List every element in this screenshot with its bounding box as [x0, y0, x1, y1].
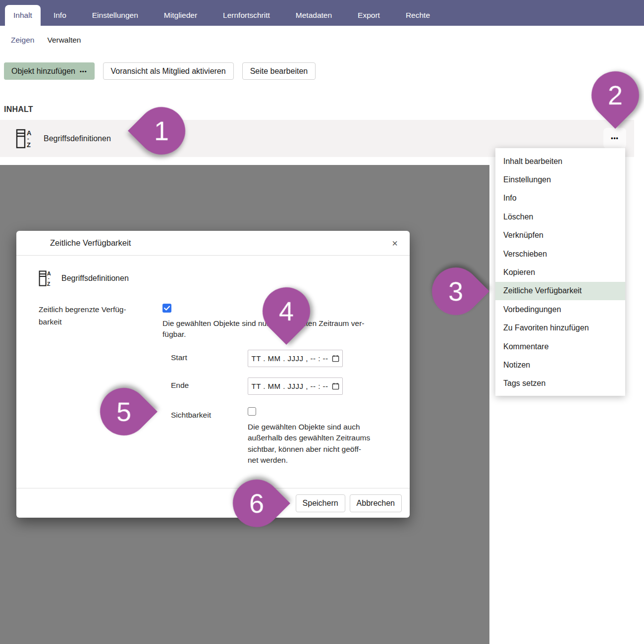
menu-item-einstellungen[interactable]: Einstellungen [495, 170, 625, 189]
temporal-availability-modal: Zeitliche Verfügbarkeit × A - Z Begriffs… [16, 231, 410, 518]
tab-inhalt[interactable]: Inhalt [5, 5, 41, 26]
end-label: Ende [171, 377, 248, 390]
menu-item-vorbedingungen[interactable]: Vorbedingungen [495, 300, 625, 319]
tab-mitglieder[interactable]: Mitglieder [151, 5, 210, 26]
tab-metadaten[interactable]: Metadaten [283, 5, 345, 26]
svg-text:Z: Z [47, 281, 51, 287]
close-icon[interactable]: × [392, 238, 398, 248]
svg-text:Z: Z [27, 141, 31, 149]
tab-einstellungen[interactable]: Einstellungen [79, 5, 151, 26]
cancel-button[interactable]: Abbrechen [350, 494, 402, 512]
start-label: Start [171, 350, 248, 362]
menu-item-info[interactable]: Info [495, 189, 625, 208]
svg-text:-: - [48, 276, 50, 281]
calendar-icon [332, 382, 339, 390]
menu-item-kopieren[interactable]: Kopieren [495, 263, 625, 281]
content-section-heading: INHALT [4, 105, 644, 114]
item-actions-dropdown: Inhalt bearbeiten Einstellungen Info Lös… [495, 148, 625, 396]
menu-item-loeschen[interactable]: Löschen [495, 208, 625, 226]
modal-header: Zeitliche Verfügbarkeit × [16, 231, 410, 256]
toolbar: Objekt hinzufügen ••• Voransicht als Mit… [4, 62, 644, 80]
limited-availability-label: Zeitlich begrenzte Verfüg- barkeit [39, 304, 162, 466]
menu-item-notizen[interactable]: Notizen [495, 356, 625, 374]
tab-export[interactable]: Export [345, 5, 393, 26]
menu-item-tags-setzen[interactable]: Tags setzen [495, 375, 625, 393]
tab-lernfortschritt[interactable]: Lernfortschritt [210, 5, 283, 26]
visibility-checkbox[interactable] [248, 407, 256, 416]
menu-item-verknuepfen[interactable]: Verknüpfen [495, 226, 625, 245]
add-object-label: Objekt hinzufügen [11, 67, 75, 76]
ellipsis-icon: ••• [80, 68, 87, 74]
end-datetime-placeholder: TT . MM . JJJJ , -- : -- [251, 382, 328, 390]
tab-rechte[interactable]: Rechte [393, 5, 443, 26]
save-button[interactable]: Speichern [296, 494, 345, 512]
add-object-button[interactable]: Objekt hinzufügen ••• [4, 62, 95, 80]
menu-item-zeitliche-verfuegbarkeit[interactable]: Zeitliche Verfügbarkeit [495, 282, 625, 300]
limited-availability-checkbox[interactable] [162, 304, 171, 313]
modal-object-title: Begriffsdefinitionen [61, 274, 129, 283]
subtab-verwalten[interactable]: Verwalten [47, 36, 81, 45]
item-actions-button[interactable]: ••• [603, 128, 626, 149]
subtab-zeigen[interactable]: Zeigen [11, 36, 34, 45]
calendar-icon [332, 355, 339, 362]
glossary-icon: A - Z [16, 128, 32, 149]
svg-text:-: - [27, 135, 29, 141]
modal-body: A - Z Begriffsdefinitionen Zeitlich begr… [16, 256, 410, 488]
tab-info[interactable]: Info [41, 5, 79, 26]
start-datetime-input[interactable]: TT . MM . JJJJ , -- : -- [248, 350, 343, 367]
menu-item-zu-favoriten[interactable]: Zu Favoriten hinzufügen [495, 319, 625, 337]
end-datetime-input[interactable]: TT . MM . JJJJ , -- : -- [248, 377, 343, 395]
menu-item-kommentare[interactable]: Kommentare [495, 337, 625, 356]
menu-item-verschieben[interactable]: Verschieben [495, 245, 625, 263]
subtab-bar: Zeigen Verwalten [0, 26, 644, 54]
menu-item-inhalt-bearbeiten[interactable]: Inhalt bearbeiten [495, 152, 625, 170]
visibility-label: Sichtbarkeit [171, 407, 248, 420]
modal-footer: Speichern Abbrechen [16, 488, 410, 518]
modal-title: Zeitliche Verfügbarkeit [50, 238, 131, 248]
start-datetime-placeholder: TT . MM . JJJJ , -- : -- [251, 354, 328, 363]
checkmark-icon [164, 306, 170, 311]
top-tabbar: Inhalt Info Einstellungen Mitglieder Ler… [0, 0, 644, 26]
glossary-icon: A - Z [39, 269, 52, 287]
visibility-byline: Die gewählten Objekte sind auch außerhal… [248, 422, 370, 466]
edit-page-button[interactable]: Seite bearbeiten [242, 62, 316, 80]
preview-as-member-button[interactable]: Voransicht als Mitglied aktivieren [103, 62, 234, 80]
item-title-link[interactable]: Begriffsdefinitionen [44, 134, 111, 143]
